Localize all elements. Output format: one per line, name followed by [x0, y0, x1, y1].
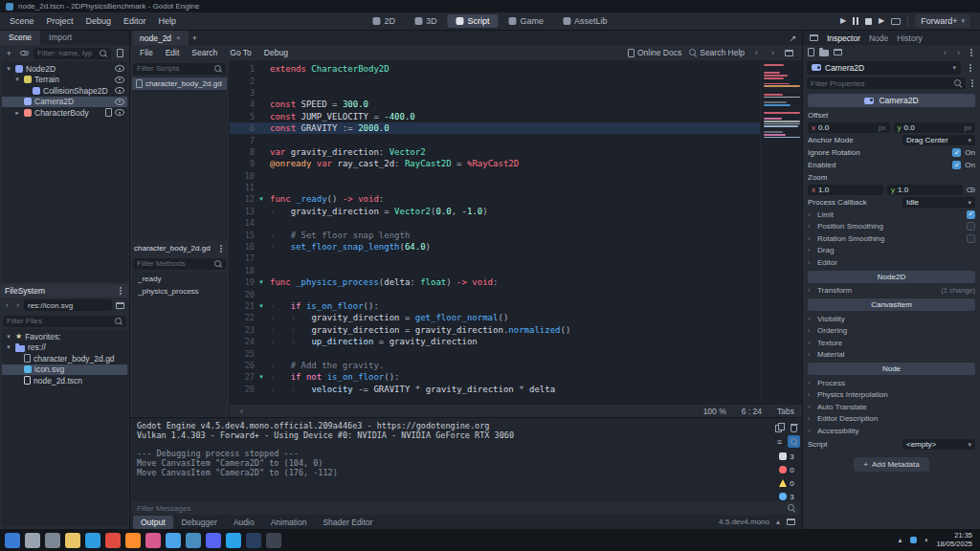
script-menu-go-to[interactable]: Go To: [224, 46, 257, 59]
rotation-smoothing-enabled-checkbox[interactable]: [967, 234, 975, 243]
dock-options-icon[interactable]: [120, 290, 122, 292]
group-material[interactable]: ›Material: [808, 349, 975, 362]
code-line-14[interactable]: 14: [230, 217, 760, 229]
visibility-eye-icon[interactable]: [115, 109, 124, 116]
taskbar-app-photos[interactable]: [166, 533, 181, 548]
x-value-field[interactable]: x1.0: [808, 185, 883, 195]
bottom-tab-shader-editor[interactable]: Shader Editor: [315, 516, 380, 529]
workspace-tab-3d[interactable]: 3D: [406, 14, 446, 28]
filter-scripts-input[interactable]: Filter Scripts: [133, 63, 226, 75]
indent-mode[interactable]: Tabs: [777, 407, 794, 416]
filter-files-input[interactable]: Filter Files: [3, 316, 126, 327]
movie-maker-button[interactable]: [891, 18, 901, 25]
visibility-eye-icon[interactable]: [115, 99, 124, 105]
stop-button[interactable]: [865, 18, 872, 25]
code-line-12[interactable]: 12▾func _ready() -> void:: [230, 193, 760, 205]
limit-enabled-checkbox[interactable]: ✓: [967, 210, 975, 219]
warnings-filter-toggle[interactable]: 0: [779, 476, 793, 490]
load-resource-icon[interactable]: [819, 50, 829, 56]
collapse-duplicates-button[interactable]: ≡: [773, 435, 786, 448]
menu-debug[interactable]: Debug: [80, 14, 118, 28]
bottom-tab-animation[interactable]: Animation: [263, 516, 315, 529]
code-line-1[interactable]: 1extends CharacterBody2D: [230, 63, 760, 75]
errors-filter-toggle[interactable]: 0: [779, 463, 793, 476]
taskbar-app-vscode[interactable]: [226, 533, 241, 548]
taskbar-app-edge[interactable]: [85, 533, 100, 548]
fold-arrow-icon[interactable]: ▾: [255, 278, 268, 286]
instance-scene-button[interactable]: [18, 47, 31, 59]
group-auto-translate[interactable]: ›Auto Translate: [808, 401, 975, 413]
online-docs-button[interactable]: Online Docs: [628, 48, 681, 57]
property-tools-icon[interactable]: [971, 82, 973, 84]
taskbar-app-godot-editor[interactable]: [186, 533, 201, 548]
code-line-10[interactable]: 10: [230, 170, 760, 182]
dock-layout-icon[interactable]: [810, 34, 818, 41]
code-line-11[interactable]: 11: [230, 182, 760, 193]
attached-script-icon[interactable]: [105, 108, 112, 117]
zoom-level[interactable]: 100 %: [703, 407, 726, 416]
code-line-17[interactable]: 17: [230, 253, 760, 264]
inspector-tab-history[interactable]: History: [897, 33, 922, 43]
code-line-28[interactable]: 28› › velocity -= GRAVITY * gravity_dire…: [230, 384, 760, 395]
code-line-5[interactable]: 5const JUMP_VELOCITY = -400.0: [230, 111, 760, 122]
bottom-tab-audio[interactable]: Audio: [226, 516, 262, 529]
visibility-eye-icon[interactable]: [115, 65, 124, 72]
method-item-ready[interactable]: _ready: [132, 273, 227, 285]
object-options-icon[interactable]: [970, 52, 972, 54]
script-menu-edit[interactable]: Edit: [160, 46, 186, 59]
network-icon[interactable]: [910, 537, 917, 543]
expander-icon[interactable]: ▾: [5, 343, 12, 351]
group-transform[interactable]: ›Transform(1 change): [808, 285, 975, 298]
workspace-tab-game[interactable]: Game: [501, 14, 553, 28]
history-forward-icon[interactable]: ›: [768, 48, 777, 57]
x-value-field[interactable]: x0.0px: [808, 122, 890, 133]
code-line-6[interactable]: 6const GRAVITY := 2000.0: [230, 122, 760, 134]
play-scene-button[interactable]: ▶: [879, 17, 884, 25]
forward-icon[interactable]: ›: [13, 300, 22, 310]
code-line-13[interactable]: 13› gravity_direction = Vector2(0.0, -1.…: [230, 206, 760, 217]
workspace-tab-2d[interactable]: 2D: [364, 14, 404, 28]
close-tab-icon[interactable]: ×: [176, 33, 181, 42]
code-line-24[interactable]: 24› › up_direction = gravity_direction: [230, 336, 760, 347]
save-resource-icon[interactable]: [834, 49, 842, 55]
filter-messages-input[interactable]: Filter Messages: [132, 501, 800, 515]
code-line-26[interactable]: 26› # Add the gravity.: [230, 360, 760, 371]
code-line-9[interactable]: 9@onready var ray_cast_2d: RayCast2D = %…: [230, 158, 760, 169]
search-log-button[interactable]: [788, 435, 800, 448]
workspace-tab-script[interactable]: Script: [447, 14, 498, 28]
add-node-button[interactable]: +: [3, 47, 15, 59]
code-line-8[interactable]: 8var gravity_direction: Vector2: [230, 146, 760, 158]
current-path[interactable]: res://icon.svg: [24, 299, 112, 311]
script-menu-debug[interactable]: Debug: [258, 46, 294, 59]
method-item-physics-process[interactable]: _physics_process: [132, 285, 227, 298]
scene-tree-item-terrain[interactable]: ▾Terrain: [2, 75, 127, 86]
code-line-25[interactable]: 25: [230, 347, 760, 359]
taskbar-app-chrome[interactable]: [105, 533, 121, 548]
expander-icon[interactable]: ▸: [13, 109, 21, 117]
taskbar-clock[interactable]: 21:35 18/05/2025: [936, 532, 972, 548]
inspector-tab-node[interactable]: Node: [869, 33, 888, 43]
play-button[interactable]: ▶: [840, 17, 846, 25]
code-line-22[interactable]: 22› › gravity_direction = get_floor_norm…: [230, 312, 760, 323]
scene-tree-item-node2d[interactable]: ▾Node2D: [2, 63, 127, 75]
group-editor-description[interactable]: ›Editor Description: [808, 413, 975, 426]
edited-node-selector[interactable]: Camera2D ▾: [807, 61, 961, 75]
scene-tree-item-camera2d[interactable]: Camera2D: [2, 97, 127, 108]
taskbar-app-terminal[interactable]: [266, 533, 281, 548]
expander-icon[interactable]: ▾: [5, 65, 12, 73]
bottom-tab-debugger[interactable]: Debugger: [174, 516, 225, 529]
group-editor[interactable]: ›Editor: [808, 256, 975, 269]
taskbar-app-start[interactable]: [5, 533, 20, 548]
file-item-icon-svg[interactable]: icon.svg: [2, 364, 127, 376]
copy-log-button[interactable]: [773, 421, 786, 433]
history-back-icon[interactable]: ‹: [941, 48, 949, 57]
file-item-character-body-2d-gd[interactable]: character_body_2d.gd: [2, 353, 127, 364]
back-icon[interactable]: ‹: [3, 300, 11, 310]
code-line-2[interactable]: 2: [230, 75, 760, 86]
position-smoothing-enabled-checkbox[interactable]: [967, 222, 975, 231]
y-value-field[interactable]: y1.0: [887, 185, 963, 195]
group-limit[interactable]: ›Limit✓: [808, 209, 975, 221]
taskbar-app-firefox[interactable]: [125, 533, 141, 548]
menu-editor[interactable]: Editor: [118, 14, 152, 28]
expander-icon[interactable]: ▾: [13, 76, 21, 83]
